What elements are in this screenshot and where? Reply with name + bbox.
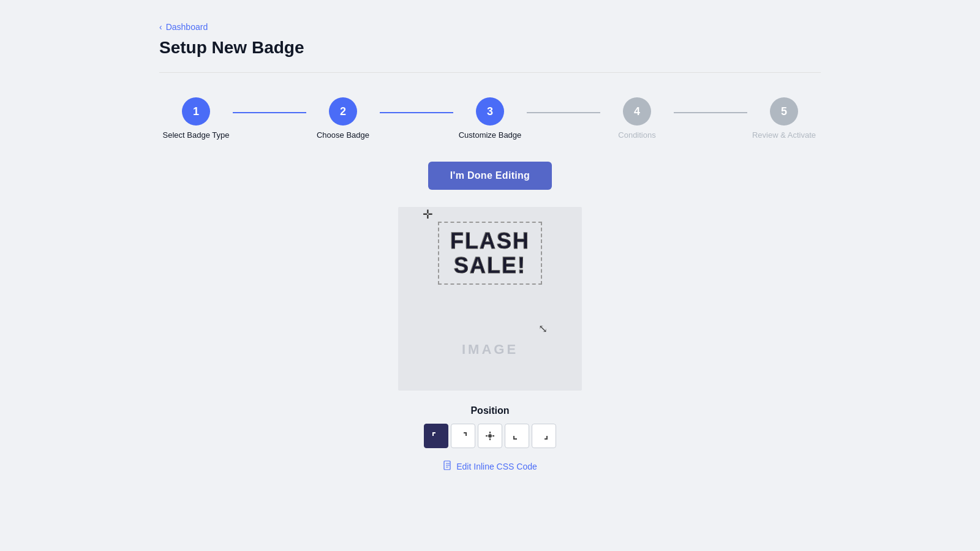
done-editing-button[interactable]: I'm Done Editing [428, 162, 552, 190]
connector-2 [380, 112, 453, 113]
step-2-label: Choose Badge [317, 130, 369, 140]
connector-3 [527, 112, 600, 113]
breadcrumb[interactable]: ‹ Dashboard [159, 22, 821, 32]
back-arrow-icon: ‹ [159, 22, 162, 32]
step-4: 4 Conditions [600, 97, 674, 140]
breadcrumb-label: Dashboard [166, 22, 208, 32]
css-file-icon [443, 460, 453, 473]
position-top-left-button[interactable] [424, 424, 448, 448]
page-title: Setup New Badge [159, 38, 821, 58]
step-4-circle: 4 [623, 97, 651, 126]
position-label: Position [470, 405, 509, 416]
position-bottom-right-button[interactable] [532, 424, 556, 448]
connector-4 [674, 112, 747, 113]
step-5-circle: 5 [770, 97, 798, 126]
position-center-button[interactable] [478, 424, 502, 448]
step-3-circle: 3 [476, 97, 504, 126]
step-1-circle: 1 [182, 97, 210, 126]
position-top-right-button[interactable] [451, 424, 475, 448]
move-handle-icon[interactable]: ✛ [423, 207, 433, 222]
resize-handle-icon[interactable]: ⤡ [538, 322, 548, 335]
badge-text: FLASH SALE! [450, 229, 530, 277]
badge-canvas: FLASH SALE! ⤡ IMAGE [398, 207, 582, 391]
done-editing-wrapper: I'm Done Editing [159, 162, 821, 190]
connector-1 [233, 112, 306, 113]
step-5: 5 Review & Activate [747, 97, 821, 140]
position-bottom-left-button[interactable] [505, 424, 529, 448]
edit-css-link[interactable]: Edit Inline CSS Code [443, 460, 537, 473]
step-3: 3 Customize Badge [453, 97, 527, 140]
divider [159, 72, 821, 73]
step-2: 2 Choose Badge [306, 97, 380, 140]
position-grid [424, 424, 556, 448]
step-4-label: Conditions [618, 130, 655, 140]
stepper: 1 Select Badge Type 2 Choose Badge 3 Cus… [159, 97, 821, 140]
edit-css-label: Edit Inline CSS Code [456, 462, 537, 471]
svg-point-0 [488, 434, 492, 438]
step-1: 1 Select Badge Type [159, 97, 233, 140]
step-5-label: Review & Activate [752, 130, 816, 140]
step-2-circle: 2 [329, 97, 357, 126]
step-3-label: Customize Badge [459, 130, 522, 140]
image-placeholder: IMAGE [462, 342, 518, 358]
badge-preview-container: ✛ FLASH SALE! ⤡ IMAGE Position [159, 207, 821, 473]
step-1-label: Select Badge Type [163, 130, 230, 140]
badge-text-overlay[interactable]: FLASH SALE! [438, 222, 542, 285]
